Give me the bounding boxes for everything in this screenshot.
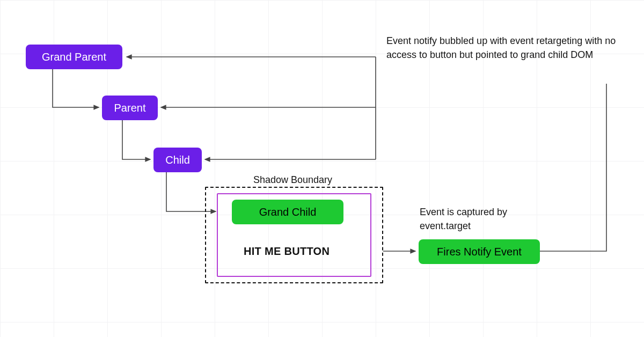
node-child: Child [153, 148, 202, 172]
hit-me-button-label: HIT ME BUTTON [244, 245, 330, 258]
shadow-boundary-label: Shadow Boundary [253, 173, 332, 187]
event-captured-label: Event is captured by event.target [420, 205, 548, 233]
node-grand-parent: Grand Parent [26, 45, 122, 69]
node-label: Child [165, 154, 190, 166]
node-parent: Parent [102, 96, 158, 120]
node-label: Grand Parent [42, 51, 106, 63]
node-label: Fires Notify Event [437, 246, 522, 258]
diagram-canvas: Grand Parent Parent Child Shadow Boundar… [0, 0, 644, 337]
node-grand-child: Grand Child [232, 200, 343, 224]
node-label: Grand Child [259, 206, 317, 218]
node-fires-notify-event: Fires Notify Event [419, 239, 540, 264]
node-label: Parent [114, 102, 146, 114]
event-bubbled-label: Event notify bubbled up with event retar… [386, 34, 617, 62]
